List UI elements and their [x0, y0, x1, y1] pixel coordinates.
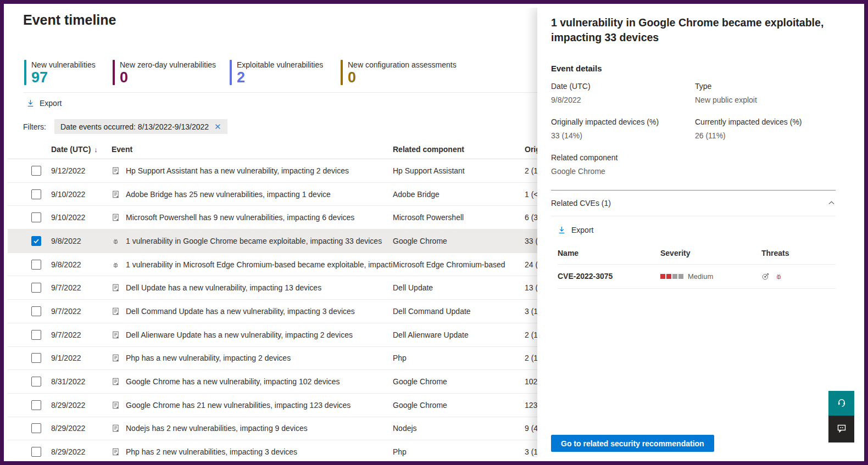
chevron-up-icon[interactable] [827, 199, 836, 207]
event-description: 1 vulnerability in Google Chrome became … [126, 237, 393, 245]
column-header-threats: Threats [761, 249, 836, 257]
panel-title: 1 vulnerability in Google Chrome became … [551, 15, 832, 45]
go-to-recommendation-button[interactable]: Go to related security recommendation [551, 435, 714, 452]
event-date: 9/10/2022 [51, 213, 112, 222]
headset-icon [836, 397, 847, 410]
row-checkbox[interactable] [31, 377, 41, 386]
stat-new-vulnerabilities: New vulnerabilities 97 [24, 60, 113, 85]
event-date: 9/8/2022 [51, 260, 112, 269]
export-label: Export [571, 226, 593, 234]
row-checkbox[interactable] [31, 166, 41, 176]
event-description: Google Chrome has 21 new vulnerabilities… [126, 401, 393, 410]
event-timeline-page: Event timeline New vulnerabilities 97 Ne… [8, 8, 860, 457]
event-date: 8/29/2022 [51, 401, 112, 410]
date-filter-chip[interactable]: Date events occurred: 8/13/2022-9/13/202… [54, 119, 227, 134]
field-related-component: Related component Google Chrome [551, 153, 836, 176]
event-description: Hp Support Assistant has a new vulnerabi… [126, 166, 393, 175]
export-button[interactable]: Export [26, 99, 62, 108]
vulnerability-report-icon [112, 354, 126, 362]
cve-id-link[interactable]: CVE-2022-3075 [558, 272, 660, 281]
stat-accent-bar [24, 60, 26, 85]
column-header-event[interactable]: Event [112, 145, 393, 154]
event-date: 9/1/2022 [51, 354, 112, 362]
severity-indicator: Medium [660, 272, 761, 281]
download-icon [558, 226, 566, 234]
stat-label: Exploitable vulnerabilities [237, 60, 323, 69]
event-description: Nodejs has 2 new vulnerabilities, impact… [126, 424, 393, 433]
row-checkbox[interactable] [31, 400, 41, 410]
filters-bar: Filters: Date events occurred: 8/13/2022… [23, 119, 227, 134]
event-description: Php has a new vulnerability, impacting 2… [126, 354, 393, 362]
exploit-bug-icon [112, 260, 126, 269]
related-component: Dell Command Update [393, 307, 525, 316]
field-currently-impacted: Currently impacted devices (%) 26 (11%) [695, 117, 836, 140]
row-checkbox-checked[interactable] [31, 236, 41, 246]
feedback-chat-icon [836, 423, 847, 435]
cves-export-button[interactable]: Export [558, 226, 836, 234]
cves-table: Name Severity Threats CVE-2022-3075 Medi… [558, 249, 836, 289]
filter-chip-text: Date events occurred: 8/13/2022-9/13/202… [60, 122, 209, 131]
severity-bar [660, 274, 683, 279]
event-date: 9/7/2022 [51, 283, 112, 292]
related-component: Php [393, 354, 525, 362]
related-component: Php [393, 447, 525, 456]
vulnerability-report-icon [112, 424, 126, 433]
stat-label: New configuration assessments [348, 60, 457, 69]
page-title: Event timeline [23, 12, 116, 28]
field-originally-impacted: Originally impacted devices (%) 33 (14%) [551, 117, 695, 140]
remove-filter-icon[interactable]: ✕ [214, 122, 221, 132]
column-header-date[interactable]: Date (UTC)↓ [51, 145, 112, 154]
row-checkbox[interactable] [31, 189, 41, 199]
help-support-button[interactable] [828, 391, 854, 416]
window-frame: Event timeline New vulnerabilities 97 Ne… [0, 0, 868, 465]
vulnerability-report-icon [112, 190, 126, 199]
vulnerability-report-icon [112, 401, 126, 410]
event-date: 8/29/2022 [51, 447, 112, 456]
exploit-bug-icon [112, 237, 126, 245]
row-checkbox[interactable] [31, 447, 41, 457]
feedback-button[interactable] [828, 416, 854, 442]
field-date: Date (UTC) 9/8/2022 [551, 82, 695, 104]
row-checkbox[interactable] [31, 423, 41, 433]
row-checkbox[interactable] [31, 353, 41, 363]
row-checkbox[interactable] [31, 212, 41, 222]
exploit-target-icon [761, 272, 770, 281]
cve-row[interactable]: CVE-2022-3075 Medium [558, 265, 836, 289]
stat-value: 97 [31, 70, 96, 85]
summary-stats: New vulnerabilities 97 New zero-day vuln… [24, 60, 467, 85]
event-date: 8/29/2022 [51, 424, 112, 433]
stat-value: 0 [120, 70, 216, 85]
field-type: Type New public exploit [695, 82, 836, 104]
row-checkbox[interactable] [31, 260, 41, 270]
sort-descending-icon[interactable]: ↓ [94, 145, 98, 154]
stat-zero-day-vulnerabilities: New zero-day vulnerabilities 0 [113, 60, 230, 85]
event-description: Adobe Bridge has 25 new vulnerabilities,… [126, 190, 393, 199]
row-checkbox[interactable] [31, 330, 41, 340]
stat-exploitable-vulnerabilities: Exploitable vulnerabilities 2 [230, 60, 341, 85]
download-icon [26, 99, 35, 108]
filters-label: Filters: [23, 122, 46, 131]
threat-bug-icon [775, 272, 783, 281]
event-details-fields: Date (UTC) 9/8/2022 Type New public expl… [551, 82, 836, 189]
related-component: Google Chrome [393, 377, 525, 386]
stat-accent-bar [113, 60, 115, 85]
column-header-related-component[interactable]: Related component [393, 145, 525, 154]
event-description: Microsoft Powershell has 9 new vulnerabi… [126, 213, 393, 222]
event-date: 8/31/2022 [51, 377, 112, 386]
related-cves-section-header[interactable]: Related CVEs (1) [551, 191, 836, 216]
related-component: Google Chrome [393, 237, 525, 245]
event-description: Dell Alienware Update has a new vulnerab… [126, 330, 393, 339]
related-component: Hp Support Assistant [393, 166, 525, 175]
related-component: Microsoft Powershell [393, 213, 525, 222]
related-component: Dell Update [393, 283, 525, 292]
vulnerability-report-icon [112, 166, 126, 175]
event-details-heading: Event details [551, 64, 836, 73]
row-checkbox[interactable] [31, 306, 41, 316]
row-checkbox[interactable] [31, 283, 41, 293]
threat-icons [761, 272, 836, 281]
stat-accent-bar [341, 60, 343, 85]
stat-configuration-assessments: New configuration assessments 0 [341, 60, 467, 85]
event-description: 1 vulnerability in Microsoft Edge Chromi… [126, 260, 393, 269]
event-date: 9/7/2022 [51, 307, 112, 316]
event-description: Dell Update has a new vulnerability, imp… [126, 283, 393, 292]
